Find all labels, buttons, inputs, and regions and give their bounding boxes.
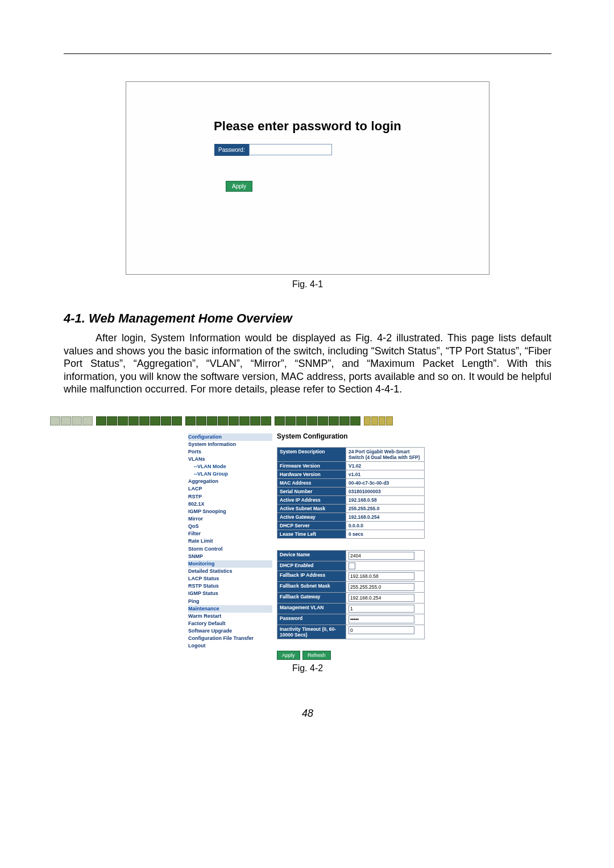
cfg-label: Fallback Gateway — [277, 592, 346, 603]
info-value: 255.255.255.0 — [346, 504, 425, 512]
info-value: 192.168.0.254 — [346, 512, 425, 521]
fig2-caption: Fig. 4-2 — [64, 663, 551, 673]
sidebar-item[interactable]: Rate Limit — [188, 538, 272, 545]
table-row: Inactivity Timeout (0, 60-10000 Secs) — [277, 625, 425, 639]
info-value: 24 Port Gigabit Web-Smart Switch (4 Dual… — [346, 447, 425, 461]
info-label: Serial Number — [277, 487, 346, 495]
table-row: Hardware Versionv1.01 — [277, 470, 425, 478]
sidebar-item[interactable]: RSTP — [188, 493, 272, 501]
table-row: Fallback IP Address — [277, 571, 425, 581]
cfg-value-cell — [346, 581, 425, 592]
sidebar-item[interactable]: Software Upgrade — [188, 627, 272, 635]
sidebar-item[interactable]: Mirror — [188, 515, 272, 523]
info-value: 00-40-c7-3c-00-d3 — [346, 478, 425, 487]
sidebar-item[interactable]: IGMP Snooping — [188, 508, 272, 515]
sidebar-item[interactable]: 802.1X — [188, 501, 272, 508]
password-row: Password: — [214, 144, 489, 156]
table-row: DHCP Server0.0.0.0 — [277, 521, 425, 530]
sidebar-item[interactable]: VLANs — [188, 456, 272, 463]
cfg-label: Device Name — [277, 550, 346, 561]
cfg-value-cell — [346, 614, 425, 625]
table-row: DHCP Enabled — [277, 561, 425, 571]
sidebar-item[interactable]: LACP — [188, 485, 272, 493]
cfg-label: Password — [277, 614, 346, 625]
cfg-label: Fallback IP Address — [277, 571, 346, 581]
sidebar-item[interactable]: Configuration — [188, 433, 272, 441]
cfg-input[interactable] — [349, 572, 414, 580]
cfg-value-cell — [346, 561, 425, 571]
password-input[interactable] — [249, 144, 332, 155]
apply-button[interactable]: Apply — [277, 651, 300, 660]
cfg-input[interactable] — [349, 615, 414, 623]
cfg-label: Management VLAN — [277, 603, 346, 614]
login-screenshot: Please enter password to login Password:… — [126, 81, 489, 275]
dhcp-enabled-checkbox[interactable] — [349, 563, 355, 569]
info-label: Active Subnet Mask — [277, 504, 346, 512]
sidebar-item[interactable]: Configuration File Transfer — [188, 635, 272, 642]
table-row: Lease Time Left0 secs — [277, 530, 425, 538]
device-port-banner — [188, 413, 427, 429]
info-value: v1.01 — [346, 470, 425, 478]
sidebar-item[interactable]: Storm Control — [188, 545, 272, 553]
sidebar-item[interactable]: Logout — [188, 642, 272, 650]
cfg-label: Inactivity Timeout (0, 60-10000 Secs) — [277, 625, 346, 639]
login-title: Please enter password to login — [126, 119, 489, 134]
cfg-value-cell — [346, 550, 425, 561]
sidebar-item[interactable]: --VLAN Mode — [188, 463, 272, 470]
top-rule — [64, 53, 551, 54]
sidebar-item[interactable]: --VLAN Group — [188, 470, 272, 478]
sidebar-item[interactable]: System Information — [188, 441, 272, 448]
table-row: Active Gateway192.168.0.254 — [277, 512, 425, 521]
table-row: Fallback Gateway — [277, 592, 425, 603]
table-row: Management VLAN — [277, 603, 425, 614]
info-label: Firmware Version — [277, 461, 346, 470]
cfg-input[interactable] — [349, 594, 414, 602]
cfg-input[interactable] — [349, 626, 414, 634]
nav-sidebar: ConfigurationSystem InformationPortsVLAN… — [188, 432, 272, 650]
sidebar-item[interactable]: Warm Restart — [188, 613, 272, 620]
fig1-caption: Fig. 4-1 — [64, 279, 551, 290]
info-value: V1.02 — [346, 461, 425, 470]
password-label: Password: — [214, 144, 249, 156]
cfg-label: Fallback Subnet Mask — [277, 581, 346, 592]
sidebar-item[interactable]: SNMP — [188, 553, 272, 560]
refresh-button[interactable]: Refresh — [302, 651, 331, 660]
table-row: Firmware VersionV1.02 — [277, 461, 425, 470]
table-row: Device Name — [277, 550, 425, 561]
sidebar-item[interactable]: Factory Default — [188, 620, 272, 627]
sidebar-item[interactable]: Filter — [188, 530, 272, 538]
cfg-input[interactable] — [349, 605, 414, 613]
sidebar-item[interactable]: IGMP Status — [188, 590, 272, 597]
sidebar-item[interactable]: QoS — [188, 523, 272, 530]
sidebar-item[interactable]: Aggregation — [188, 478, 272, 485]
table-row: Serial Number031801000003 — [277, 487, 425, 495]
table-row: Fallback Subnet Mask — [277, 581, 425, 592]
info-label: Active Gateway — [277, 512, 346, 521]
apply-button[interactable]: Apply — [226, 181, 252, 192]
table-row: Active Subnet Mask255.255.255.0 — [277, 504, 425, 512]
table-row: MAC Address00-40-c7-3c-00-d3 — [277, 478, 425, 487]
cfg-value-cell — [346, 625, 425, 639]
info-value: 031801000003 — [346, 487, 425, 495]
cfg-input[interactable] — [349, 552, 414, 560]
info-label: System Description — [277, 447, 346, 461]
sidebar-item[interactable]: Ping — [188, 598, 272, 605]
info-label: Hardware Version — [277, 470, 346, 478]
sidebar-item[interactable]: RSTP Status — [188, 582, 272, 590]
table-row: Active IP Address192.168.0.58 — [277, 495, 425, 504]
table-row: Password — [277, 614, 425, 625]
info-value: 0 secs — [346, 530, 425, 538]
cfg-value-cell — [346, 592, 425, 603]
button-row: Apply Refresh — [277, 651, 427, 660]
info-value: 192.168.0.58 — [346, 495, 425, 504]
system-config-screenshot: ConfigurationSystem InformationPortsVLAN… — [188, 413, 427, 660]
cfg-input[interactable] — [349, 583, 414, 591]
main-title: System Configuration — [277, 432, 427, 440]
system-info-table: System Description24 Port Gigabit Web-Sm… — [277, 447, 425, 539]
cfg-value-cell — [346, 571, 425, 581]
sidebar-item[interactable]: Maintenance — [188, 605, 272, 613]
sidebar-item[interactable]: Ports — [188, 448, 272, 456]
sidebar-item[interactable]: Detailed Statistics — [188, 568, 272, 575]
sidebar-item[interactable]: Monitoring — [188, 560, 272, 568]
sidebar-item[interactable]: LACP Status — [188, 575, 272, 582]
